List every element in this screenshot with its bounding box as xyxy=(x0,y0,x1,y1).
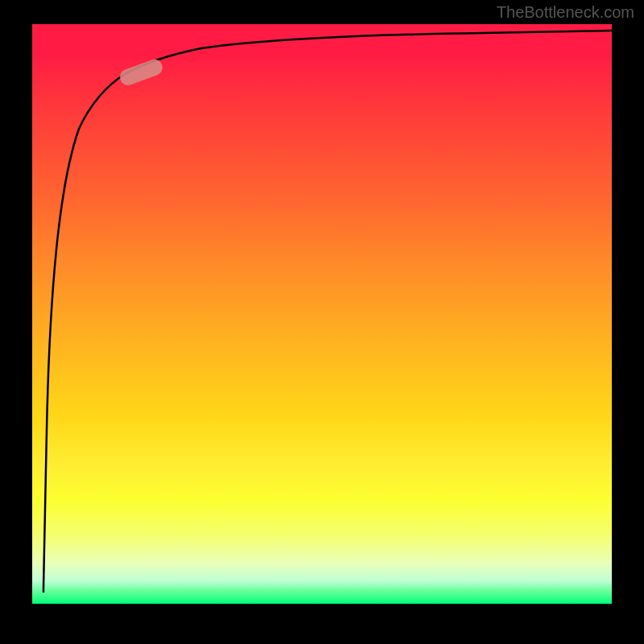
bottleneck-curve xyxy=(43,31,612,592)
watermark-text: TheBottleneck.com xyxy=(497,3,634,22)
curve-svg xyxy=(32,24,612,604)
highlight-marker xyxy=(118,57,165,88)
plot-area xyxy=(32,24,612,604)
